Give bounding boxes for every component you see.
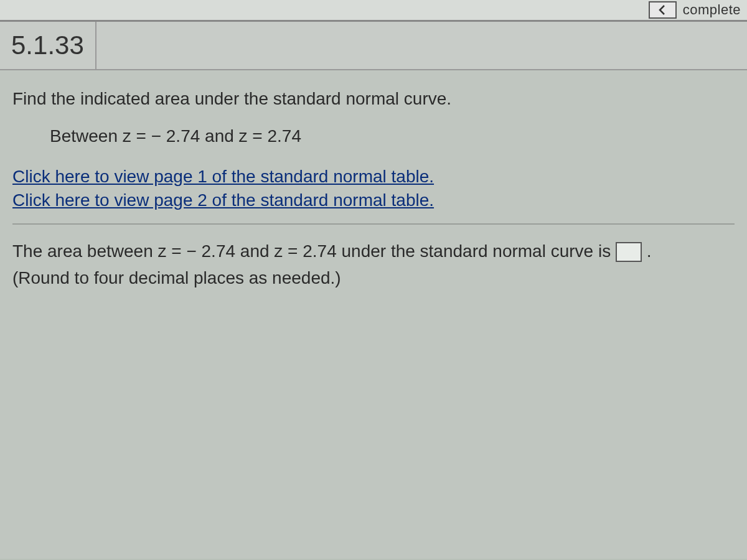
question-header: 5.1.33 xyxy=(0,22,747,70)
question-content: Find the indicated area under the standa… xyxy=(0,70,747,559)
section-divider xyxy=(12,223,735,225)
nav-prev-button[interactable] xyxy=(649,1,677,19)
top-bar: complete xyxy=(0,0,747,22)
completion-label: complete xyxy=(683,2,741,18)
sub-instruction-text: Between z = − 2.74 and z = 2.74 xyxy=(50,126,735,146)
instruction-text: Find the indicated area under the standa… xyxy=(12,89,735,109)
answer-line: The area between z = − 2.74 and z = 2.74… xyxy=(12,238,735,264)
question-number: 5.1.33 xyxy=(0,22,96,69)
answer-input[interactable] xyxy=(616,242,642,262)
rounding-note: (Round to four decimal places as needed.… xyxy=(12,268,735,288)
table-page1-link[interactable]: Click here to view page 1 of the standar… xyxy=(12,165,735,189)
answer-prefix: The area between z = − 2.74 and z = 2.74… xyxy=(12,241,616,261)
table-page2-link[interactable]: Click here to view page 2 of the standar… xyxy=(12,189,735,212)
reference-links: Click here to view page 1 of the standar… xyxy=(12,165,735,212)
answer-suffix: . xyxy=(647,241,652,261)
question-header-spacer xyxy=(96,22,747,69)
chevron-left-icon xyxy=(657,4,668,16)
